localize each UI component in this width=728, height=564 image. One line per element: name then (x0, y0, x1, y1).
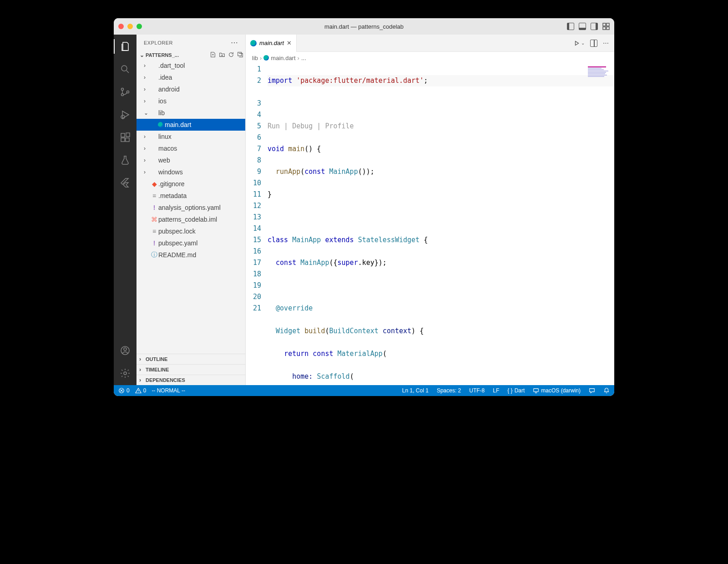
tree-item[interactable]: ›android (136, 83, 245, 95)
window-title: main.dart — patterns_codelab (114, 23, 614, 30)
debug-icon[interactable] (118, 107, 132, 122)
svg-rect-16 (238, 52, 242, 56)
outline-section[interactable]: ›OUTLINE (136, 354, 245, 364)
language-mode[interactable]: { }Dart (506, 387, 526, 394)
tree-item[interactable]: ›.dart_tool (136, 60, 245, 71)
tree-item-label: linux (158, 133, 172, 140)
accounts-icon[interactable] (118, 343, 132, 358)
notifications-icon[interactable] (602, 387, 611, 394)
tree-item[interactable]: ⌘patterns_codelab.iml (136, 213, 245, 225)
toggle-secondary-panel-icon[interactable] (591, 23, 598, 30)
testing-icon[interactable] (118, 153, 132, 168)
toggle-bottom-panel-icon[interactable] (579, 23, 586, 30)
status-bar: 0 0 -- NORMAL -- Ln 1, Col 1 Spaces: 2 U… (114, 385, 614, 396)
tree-item-label: README.md (158, 251, 196, 259)
tree-item-label: windows (158, 168, 183, 176)
device-selector[interactable]: macOS (darwin) (532, 387, 581, 394)
dependencies-section[interactable]: ›DEPENDENCIES (136, 375, 245, 385)
tree-item[interactable]: main.dart (136, 119, 245, 131)
explorer-icon[interactable] (118, 39, 132, 54)
editor: main.dart ✕ ⌄ ⋯ lib › main.dart › ... (246, 35, 614, 385)
sidebar-header: EXPLORER ⋯ (136, 35, 245, 51)
tree-item[interactable]: !analysis_options.yaml (136, 202, 245, 213)
tree-item-label: .idea (158, 74, 172, 81)
breadcrumb[interactable]: lib › main.dart › ... (246, 52, 614, 64)
svg-rect-0 (603, 23, 606, 26)
tree-item[interactable]: !pubspec.yaml (136, 237, 245, 249)
chevron-down-icon: ⌄ (138, 52, 146, 58)
tree-item[interactable]: ›linux (136, 131, 245, 142)
minimize-window-button[interactable] (127, 24, 133, 29)
toggle-primary-panel-icon[interactable] (567, 23, 574, 30)
flutter-icon[interactable] (118, 176, 132, 190)
tree-item[interactable]: ⌄lib (136, 107, 245, 119)
sidebar-more-icon[interactable]: ⋯ (231, 38, 238, 47)
refresh-icon[interactable] (228, 51, 234, 59)
window: main.dart — patterns_codelab (114, 18, 614, 396)
run-dropdown-icon[interactable]: ⌄ (574, 40, 585, 46)
tree-item-label: android (158, 86, 180, 93)
project-name: PATTERNS_... (146, 52, 210, 58)
breadcrumb-seg[interactable]: lib (252, 55, 258, 61)
titlebar-right-group (567, 23, 610, 30)
indent-spaces[interactable]: Spaces: 2 (436, 387, 462, 394)
code-content[interactable]: import 'package:flutter/material.dart'; … (268, 64, 614, 385)
dart-file-icon (263, 55, 269, 61)
tree-item-label: pubspec.yaml (158, 239, 197, 247)
tree-item-label: .dart_tool (158, 62, 185, 69)
tree-item[interactable]: ≡pubspec.lock (136, 225, 245, 237)
code-lens[interactable]: Run | Debug | Profile (268, 121, 614, 132)
activity-bar (114, 35, 136, 385)
tree-item[interactable]: ◆.gitignore (136, 178, 245, 190)
svg-rect-10 (121, 138, 125, 142)
extensions-icon[interactable] (118, 130, 132, 145)
tree-item[interactable]: ›web (136, 154, 245, 166)
minimap[interactable] (588, 66, 611, 85)
search-icon[interactable] (118, 62, 132, 76)
traffic-lights (118, 24, 142, 29)
breadcrumb-seg[interactable]: main.dart (271, 55, 295, 61)
tree-item-label: web (158, 157, 170, 164)
svg-point-4 (121, 66, 127, 71)
tree-item[interactable]: ›.idea (136, 71, 245, 83)
new-folder-icon[interactable] (219, 51, 225, 59)
close-tab-icon[interactable]: ✕ (287, 40, 292, 46)
feedback-icon[interactable] (588, 387, 596, 394)
svg-point-15 (124, 372, 126, 375)
new-file-icon[interactable] (210, 51, 216, 59)
customize-layout-icon[interactable] (602, 23, 610, 30)
svg-point-5 (121, 88, 124, 91)
collapse-icon[interactable] (237, 51, 243, 59)
tree-item-label: lib (158, 109, 165, 117)
timeline-section[interactable]: ›TIMELINE (136, 364, 245, 375)
tab-main-dart[interactable]: main.dart ✕ (246, 35, 297, 52)
breadcrumb-seg[interactable]: ... (301, 55, 306, 61)
tree-item[interactable]: ≡.metadata (136, 190, 245, 202)
cursor-position[interactable]: Ln 1, Col 1 (401, 387, 430, 394)
tree-item-label: analysis_options.yaml (158, 204, 221, 211)
encoding[interactable]: UTF-8 (468, 387, 485, 394)
svg-point-14 (124, 348, 126, 351)
settings-icon[interactable] (118, 366, 132, 381)
eol[interactable]: LF (492, 387, 500, 394)
file-tree: ›.dart_tool›.idea›android›ios⌄libmain.da… (136, 60, 245, 354)
editor-more-icon[interactable]: ⋯ (603, 40, 609, 46)
problems-errors[interactable]: 0 (117, 387, 131, 394)
vim-mode[interactable]: -- NORMAL -- (151, 387, 186, 394)
project-header[interactable]: ⌄ PATTERNS_... (136, 51, 245, 60)
tree-item[interactable]: ⓘREADME.md (136, 249, 245, 261)
tree-item[interactable]: ›windows (136, 166, 245, 178)
source-control-icon[interactable] (118, 85, 132, 99)
close-window-button[interactable] (118, 24, 124, 29)
svg-rect-2 (603, 27, 606, 30)
code-area[interactable]: 123456789101112131415161718192021 import… (246, 64, 614, 385)
split-editor-icon[interactable] (590, 40, 597, 47)
problems-warnings[interactable]: 0 (134, 387, 147, 394)
tree-item[interactable]: ›macos (136, 142, 245, 154)
tree-item-label: .metadata (158, 192, 187, 199)
maximize-window-button[interactable] (136, 24, 142, 29)
tree-item[interactable]: ›ios (136, 95, 245, 107)
svg-rect-9 (121, 133, 125, 137)
svg-point-6 (121, 94, 124, 96)
svg-rect-3 (607, 27, 609, 30)
